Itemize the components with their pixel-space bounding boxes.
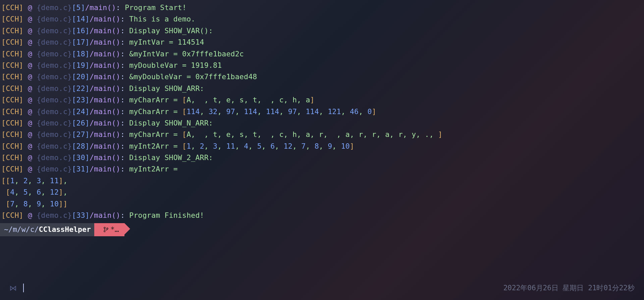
status-bar: ⋈ 2022年06月26日 星期日 21时01分22秒 xyxy=(0,282,644,294)
log-line: [CCH] @ {demo.c}[18]/main(): &myIntVar =… xyxy=(1,48,643,60)
matrix-row: [4, 5, 6, 12], xyxy=(1,187,643,198)
prompt-cwd-name: CClassHelper xyxy=(39,225,91,234)
log-line: [CCH] @ {demo.c}[31]/main(): myInt2Arr = xyxy=(1,163,643,175)
log-line: [CCH] @ {demo.c}[22]/main(): Display SHO… xyxy=(1,83,643,94)
log-line: [CCH] @ {demo.c}[20]/main(): &myDoubleVa… xyxy=(1,71,643,83)
matrix-row: [7, 8, 9, 10]] xyxy=(1,198,643,210)
log-line: [CCH] @ {demo.c}[5]/main(): Program Star… xyxy=(1,2,643,13)
shell-prompt: ~/m/w/c/CClassHelper *… xyxy=(0,224,124,235)
fish-shell-icon: ⋈ xyxy=(9,282,16,294)
log-line: [CCH] @ {demo.c}[19]/main(): myDoubleVar… xyxy=(1,60,643,71)
status-datetime: 2022年06月26日 星期日 21时01分22秒 xyxy=(503,283,635,294)
log-line: [CCH] @ {demo.c}[33]/main(): Program Fin… xyxy=(1,210,643,221)
matrix-row: [[1, 2, 3, 11], xyxy=(1,175,643,187)
log-line: [CCH] @ {demo.c}[27]/main(): myCharArr =… xyxy=(1,129,643,140)
shell-cursor[interactable] xyxy=(23,284,24,292)
log-line: [CCH] @ {demo.c}[24]/main(): myCharArr =… xyxy=(1,106,643,117)
git-branch-icon xyxy=(104,224,108,231)
log-line: [CCH] @ {demo.c}[30]/main(): Display SHO… xyxy=(1,152,643,163)
log-line: [CCH] @ {demo.c}[26]/main(): Display SHO… xyxy=(1,117,643,129)
log-line: [CCH] @ {demo.c}[16]/main(): Display SHO… xyxy=(1,25,643,37)
prompt-git-segment: *… xyxy=(94,223,124,236)
prompt-cwd-prefix: ~/m/w/c/ xyxy=(4,225,39,234)
prompt-git-status: *… xyxy=(110,225,119,234)
log-line: [CCH] @ {demo.c}[14]/main(): This is a d… xyxy=(1,13,643,25)
prompt-path-segment: ~/m/w/c/CClassHelper xyxy=(0,223,94,236)
log-line: [CCH] @ {demo.c}[28]/main(): myInt2Arr =… xyxy=(1,141,643,152)
log-line: [CCH] @ {demo.c}[23]/main(): myCharArr =… xyxy=(1,94,643,106)
terminal-output[interactable]: [CCH] @ {demo.c}[5]/main(): Program Star… xyxy=(0,0,644,223)
log-line: [CCH] @ {demo.c}[17]/main(): myIntVar = … xyxy=(1,37,643,48)
